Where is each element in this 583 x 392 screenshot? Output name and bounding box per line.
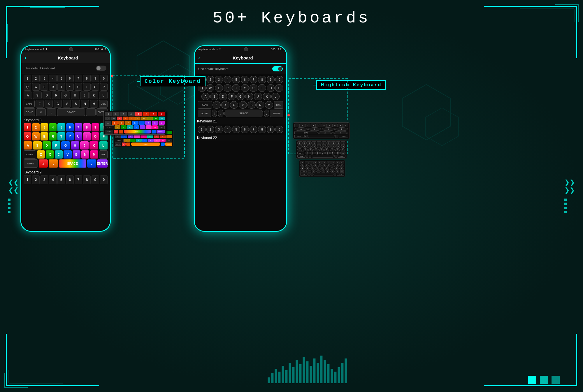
hightech-kbd-stack: 1 2 3 4 5 6 7 8 9 0 A S D F CAPS Z X DON… [293,122,350,177]
phone1-toggle-switch[interactable] [96,66,106,71]
key-4[interactable]: 4 [49,75,57,82]
phone1-toggle-label: Use default keyboard [25,66,55,70]
ht-kbd-mini-2: 1 2 3 4 5 6 7 8 9 0 Q W E R T Y U I O P … [296,140,347,159]
phone1-header: ‹ Keyboard [21,52,110,63]
phone1-header-title: Keyboard [29,55,106,60]
phone2-frame: Airplane mode ✈ ⬆ 100+ 4:21 ‹ Keyboard U… [194,45,287,232]
kb8-zxcv-row: CAPS Z X C V B N M DEL [22,150,109,159]
phone1-zxcv-row: CAPS Z X C V B N M DEL [22,100,109,108]
phone2-toggle-row: Use default keyboard [195,64,286,74]
key-6[interactable]: 6 [66,75,74,82]
bottom-left-frame-deco [4,329,103,388]
phone1-toggle-knob [96,66,101,70]
color-kbd-small-stack: 1 2 3 4 1 2 3 4 Q W E R T Y U I O P A S … [103,111,166,135]
kb21-number-row: 1 2 3 4 5 6 7 8 9 0 [196,76,285,83]
phone1-number-row: 1 2 3 4 5 6 7 8 9 0 [22,75,109,82]
right-side-decoration: ❯❯ ❯❯ [564,179,575,213]
color-keyboard-label: Color Keyboard [140,76,206,86]
phone2-back-arrow[interactable]: ‹ [198,55,200,61]
phone1-kb8-label: Keyboard 8 [21,117,110,123]
chevron-left-icon: ❮❮ [8,179,19,185]
phone1-status-bar: Airplane mode ✈ ⬆ 100+ 6:17 [21,46,110,52]
page-dot-2[interactable] [540,376,548,384]
kb8-caps-key[interactable]: CAPS [24,150,36,159]
phone2-status-left: Airplane mode ✈ ⬆ [198,48,221,51]
kb21-qwerty-row: Q W E R T Y U I O P [196,84,285,92]
page-dot-3[interactable] [552,376,560,384]
kb21-zxcv-row: CAPS Z X C V B N M DEL [196,101,285,109]
phone2-screen-content: 1 2 3 4 5 6 7 8 9 0 Q W E R T Y [195,74,286,232]
kb21-bottom-row: DONE # , SPACE . ENTER [196,110,285,117]
kb8-qwerty-row: Q W E R T Y U I O P [22,132,109,140]
kb8-asdf-row: A S D F G H J K L [22,141,109,150]
ht-kbd-mini-3: 1 2 3 4 5 6 7 8 9 0 Q W E R T Y U I O P … [299,160,345,177]
kb21-caps-key[interactable]: CAPS [198,101,212,109]
left-dots [8,198,19,213]
chevron-right-icon-2: ❯❯ [564,187,575,193]
key-7[interactable]: 7 [75,75,82,82]
phone1-back-arrow[interactable]: ‹ [25,55,27,61]
phone1-container: Airplane mode ✈ ⬆ 100+ 6:17 ‹ Keyboard U… [20,45,111,232]
phone2-status-bar: Airplane mode ✈ ⬆ 100+ 4:21 [195,46,286,52]
svg-marker-3 [402,85,450,140]
hightech-keyboard-label: Hightech Keyboard [316,80,386,90]
phone1-caps-key[interactable]: CAPS [24,100,35,108]
phone2-kb21-label: Keyboard 21 [195,118,286,124]
kb22-number-row: 1 2 3 4 5 6 7 8 9 0 [196,126,285,133]
kb21-asdf-row: A S D F G H J K L [196,93,285,100]
phone1-screen-content: 1 2 3 4 5 6 7 8 9 0 Q W E R T Y [21,73,110,232]
key-3[interactable]: 3 [41,75,48,82]
phone1-del-key[interactable]: DEL [99,100,108,108]
phone1-qwerty-row: Q W E R T Y U I O P [22,83,109,91]
svg-marker-4 [426,108,459,146]
color-kbd-small-1: 1 2 3 4 1 2 3 4 Q W E R T Y U I O P A S … [103,111,166,135]
phone1-asdf-row: A S D F G H J K L [22,92,109,99]
key-8[interactable]: 8 [83,75,91,82]
phone2-header: ‹ Keyboard [195,52,286,64]
phone1-toggle-row: Use default keyboard [21,63,110,73]
kb8-del-key[interactable]: DEL [99,150,108,159]
svg-marker-0 [137,41,189,101]
key-2[interactable]: 2 [32,75,40,82]
page-title: 50+ Keyboards [213,9,370,27]
phone1-frame: Airplane mode ✈ ⬆ 100+ 6:17 ‹ Keyboard U… [20,45,111,232]
key-9[interactable]: 9 [92,75,99,82]
ht-kbd-mini-1: 1 2 3 4 5 6 7 8 9 0 A S D F CAPS Z X DON… [293,122,350,139]
phone1-status-left: Airplane mode ✈ ⬆ [25,48,48,51]
kb21-del-key[interactable]: DEL [274,101,283,109]
phone2-container: Airplane mode ✈ ⬆ 100+ 4:21 ‹ Keyboard U… [194,45,287,232]
bar-chart-decoration [268,356,347,383]
chevron-left-icon-2: ❮❮ [8,187,19,193]
phone1-status-right: 100+ 6:17 [95,48,106,51]
top-right-frame-deco [480,4,579,63]
hex-deco-2 [391,82,472,163]
page-dot-1[interactable] [528,376,536,384]
key-0[interactable]: 0 [100,75,108,82]
chevron-right-icon: ❯❯ [564,179,575,185]
phone2-toggle-label: Use default keyboard [198,67,229,71]
phone1-bottom-row: DONE # , SPACE . ENTER [22,108,109,116]
phone2-toggle-knob [278,67,282,71]
phone2-kb22-label: Keyboard 22 [195,135,286,140]
phone2-camera [244,47,248,51]
key-1[interactable]: 1 [24,75,31,82]
phone2-toggle-switch[interactable] [272,66,283,71]
key-5[interactable]: 5 [57,75,65,82]
kb8-bottom-row: DONE # , SPACE . ENTER [22,159,109,168]
phone1-kb9-label: Keyboard 9 [21,169,110,175]
kb8-number-row: 1 2 3 4 5 6 7 8 9 0 [22,123,109,131]
right-dots [564,198,575,213]
kb9-number-row: 1 2 3 4 5 6 7 8 9 0 [22,175,109,184]
phone1-camera [69,47,73,51]
left-side-decoration: ❮❮ ❮❮ [8,179,19,213]
phone2-status-right: 100+ 4:21 [271,48,283,51]
pagination-dots [528,376,560,384]
phone2-header-title: Keyboard [203,55,283,60]
